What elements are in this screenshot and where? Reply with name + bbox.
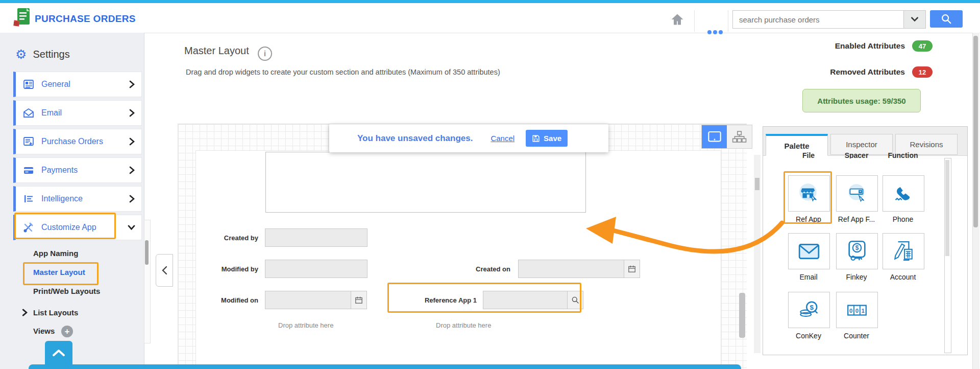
info-icon[interactable]: i xyxy=(258,47,272,61)
layout-canvas[interactable]: Created by Modified by Created on Modifi… xyxy=(178,124,747,369)
settings-title: Settings xyxy=(33,49,69,60)
add-view-icon[interactable]: + xyxy=(61,326,73,337)
widget-conkey[interactable]: $ xyxy=(788,292,830,328)
drop-zone-hint-right[interactable]: Drop attribute here xyxy=(436,321,491,329)
general-icon xyxy=(23,79,34,90)
form-row-modified-by: Modified by Created on xyxy=(197,260,640,278)
widget-label: Counter xyxy=(828,332,885,340)
chevron-left-icon xyxy=(161,266,167,275)
unsaved-changes-banner: You have unsaved changes. Cancel Save xyxy=(329,124,608,152)
page-title: Master Layout xyxy=(184,45,249,57)
chevron-right-icon xyxy=(129,109,135,117)
app-header: PURCHASE ORDERS xyxy=(0,3,980,33)
header-divider-2 xyxy=(728,10,728,32)
sidebar-item-app-naming[interactable]: App Naming xyxy=(33,249,78,258)
reference-app-1-field[interactable] xyxy=(483,291,583,309)
app-window: PURCHASE ORDERS ⚙ Settings xyxy=(0,0,980,369)
phone-icon xyxy=(892,182,915,205)
app-title[interactable]: PURCHASE ORDERS xyxy=(35,13,136,25)
device-view-button[interactable] xyxy=(702,125,727,148)
intelligence-icon xyxy=(23,193,34,204)
search-icon xyxy=(941,13,952,25)
sidebar-item-payments[interactable]: Payments xyxy=(13,157,142,183)
widget-counter[interactable]: 0 0 1 xyxy=(836,292,878,328)
widget-label: Account xyxy=(875,273,931,281)
lookup-search-icon[interactable] xyxy=(567,291,583,309)
view-mode-toggle xyxy=(701,125,752,149)
widget-label-spacer: Spacer xyxy=(831,151,882,158)
sitemap-view-button[interactable] xyxy=(727,125,752,148)
page-description: Drag and drop widgets to create your cus… xyxy=(186,68,500,76)
sidebar-item-purchase-orders[interactable]: Purchase Orders xyxy=(13,129,142,154)
widget-ref-app-field[interactable] xyxy=(836,175,878,212)
widget-ref-app[interactable] xyxy=(788,175,830,212)
sidebar-item-customize-app[interactable]: Customize App xyxy=(13,215,142,240)
modified-by-field[interactable] xyxy=(265,260,368,278)
sidebar-item-views[interactable]: Views xyxy=(33,327,55,335)
form-row-created-by: Created by xyxy=(197,228,368,247)
drop-zone-hint-left[interactable]: Drop attribute here xyxy=(278,321,333,329)
created-on-field[interactable] xyxy=(518,260,640,278)
conkey-icon: $ xyxy=(797,298,821,322)
sidebar-scrollbar-thumb[interactable] xyxy=(145,240,149,265)
sidebar-scrollbar[interactable] xyxy=(144,220,151,343)
widget-label-file: File xyxy=(783,151,834,158)
chevron-right-icon xyxy=(129,80,135,88)
chevron-down-icon xyxy=(128,225,135,230)
attributes-usage-badge: Attributes usage: 59/350 xyxy=(802,89,921,112)
sidebar-collapse-handle[interactable] xyxy=(156,254,173,287)
sidebar-item-email[interactable]: Email xyxy=(13,100,142,126)
chevron-right-icon xyxy=(129,195,135,203)
widget-label: Phone xyxy=(875,215,931,223)
more-menu-icon[interactable] xyxy=(707,15,726,25)
home-icon[interactable] xyxy=(670,12,684,27)
modified-on-field[interactable] xyxy=(265,291,367,309)
search-scope-dropdown[interactable] xyxy=(903,11,925,28)
expand-bottom-panel-button[interactable] xyxy=(45,341,72,364)
monitor-icon xyxy=(707,130,722,144)
search-button[interactable] xyxy=(930,10,963,28)
removed-attributes-stat: Removed Attributes 12 xyxy=(766,66,933,78)
email-icon xyxy=(797,241,821,262)
save-floppy-icon xyxy=(532,134,540,143)
removed-count-badge: 12 xyxy=(912,66,933,78)
sidebar-item-list-layouts[interactable]: List Layouts xyxy=(33,308,78,317)
canvas-scrollbar-thumb[interactable] xyxy=(739,293,745,338)
chevron-right-icon xyxy=(129,137,135,146)
widget-account[interactable] xyxy=(883,233,924,269)
purchase-orders-logo-icon xyxy=(13,7,31,29)
svg-text:$: $ xyxy=(810,303,814,311)
sidebar-item-general[interactable]: General xyxy=(13,72,142,97)
chevron-down-icon xyxy=(911,16,919,22)
widget-phone[interactable] xyxy=(883,175,924,212)
counter-icon: 0 0 1 xyxy=(845,300,869,320)
sidebar-item-print-web-layouts[interactable]: Print/Web Layouts xyxy=(33,287,100,295)
widget-panel: Palette Inspector Revisions File Spacer … xyxy=(763,126,968,355)
calendar-icon[interactable] xyxy=(624,260,640,278)
panel-scrollbar-thumb[interactable] xyxy=(755,178,760,190)
save-button[interactable]: Save xyxy=(526,130,568,147)
customize-tools-icon xyxy=(23,222,34,233)
section-field-placeholder[interactable] xyxy=(265,152,586,213)
settings-header: ⚙ Settings xyxy=(15,48,70,61)
svg-text:0: 0 xyxy=(855,308,859,314)
palette-scrollbar-thumb[interactable] xyxy=(945,160,949,256)
email-open-icon xyxy=(23,107,34,119)
credit-card-icon xyxy=(23,165,34,176)
enabled-attributes-stat: Enabled Attributes 47 xyxy=(766,40,933,52)
sitemap-icon xyxy=(732,130,747,144)
finkey-icon: $ xyxy=(846,240,868,263)
widget-finkey[interactable]: $ xyxy=(836,233,878,269)
widget-email[interactable] xyxy=(788,233,830,269)
calendar-icon[interactable] xyxy=(351,291,366,309)
created-by-field[interactable] xyxy=(265,228,368,247)
svg-text:0: 0 xyxy=(849,308,852,314)
cancel-link[interactable]: Cancel xyxy=(491,134,514,143)
search-input[interactable] xyxy=(733,11,903,28)
sidebar-item-intelligence[interactable]: Intelligence xyxy=(13,186,142,212)
gear-icon: ⚙ xyxy=(15,48,27,61)
sidebar-item-master-layout[interactable]: Master Layout xyxy=(33,268,85,276)
page-scrollbar-thumb[interactable] xyxy=(973,36,978,227)
bottom-toolbar-edge xyxy=(29,364,741,369)
chevron-right-icon xyxy=(129,166,135,174)
